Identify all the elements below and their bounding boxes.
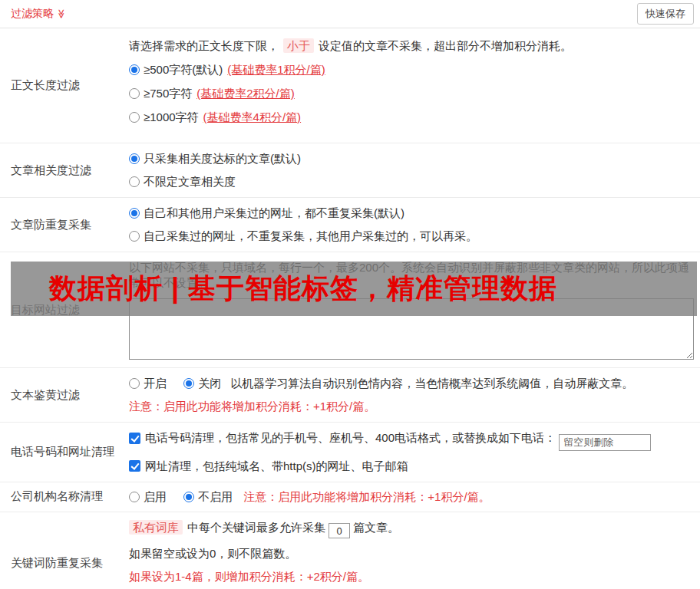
row-content: 自己和其他用户采集过的网址，都不重复采集(默认) 自己采集过的网址，不重复采集，… [129, 198, 700, 252]
section-relevance-filter: 文章相关度过滤 只采集相关度达标的文章(默认) 不限定文章相关度 [0, 143, 700, 198]
radio-checked-icon[interactable] [183, 492, 194, 502]
page-title[interactable]: 过滤策略 ≫ [11, 7, 67, 21]
radio-porn-filter-on[interactable]: 开启 [129, 376, 167, 391]
section-phone-url-cleanup: 电话号码和网址清理 电话号码清理，包括常见的手机号、座机号、400电话格式，或替… [0, 423, 700, 482]
quick-save-button[interactable]: 快速保存 [637, 3, 694, 25]
row-content: 电话号码清理，包括常见的手机号、座机号、400电话格式，或替换成如下电话： 网址… [129, 423, 700, 482]
radio-unchecked-icon[interactable] [129, 88, 140, 99]
option-label: ≥1000字符 [144, 110, 199, 125]
option-label: ≥750字符 [144, 86, 192, 101]
fee-rate-link-1[interactable]: (基础费率1积分/篇) [227, 63, 325, 76]
radio-unchecked-icon[interactable] [129, 492, 140, 502]
section-keyword-dedup: 关键词防重复采集 私有词库中每个关键词最多允许采集篇文章。 如果留空或设为0，则… [0, 512, 700, 589]
radio-company-cleanup-off[interactable]: 不启用 [183, 489, 233, 505]
section-target-site-filter: 目标网站过滤 以下网站不采集，只填域名，每行一个，最多200个。系统会自动识别并… [0, 252, 700, 368]
radio-checked-icon[interactable] [129, 153, 140, 164]
highlight-private-lexicon: 私有词库 [129, 520, 183, 535]
radio-option-dedup-self-only[interactable]: 自己采集过的网址，不重复采集，其他用户采集过的，可以再采。 [129, 229, 477, 244]
body-length-intro: 请选择需求的正文长度下限，小于设定值的文章不采集，超出部分不增加积分消耗。 [129, 38, 694, 54]
radio-checked-icon[interactable] [183, 378, 194, 389]
keyword-cost-note: 如果设为1-4篇，则增加积分消耗：+2积分/篇。 [129, 569, 694, 584]
max-articles-input[interactable] [329, 523, 350, 538]
radio-checked-icon[interactable] [129, 208, 140, 219]
option-label: ≥500字符(默认) [144, 62, 223, 77]
option-label: 不限定文章相关度 [144, 174, 236, 189]
radio-option-1000-chars[interactable]: ≥1000字符 [129, 110, 199, 125]
radio-porn-filter-off[interactable]: 关闭 [183, 376, 221, 391]
row-label-company: 公司机构名称清理 [0, 482, 129, 512]
radio-option-dedup-all-users[interactable]: 自己和其他用户采集过的网址，都不重复采集(默认) [129, 206, 404, 221]
keyword-line1-end: 篇文章。 [353, 521, 399, 534]
row-content: 私有词库中每个关键词最多允许采集篇文章。 如果留空或设为0，则不限篇数。 如果设… [129, 512, 700, 589]
option-label: 开启 [144, 376, 167, 391]
porn-filter-cost-note: 注意：启用此功能将增加积分消耗：+1积分/篇。 [129, 399, 694, 414]
radio-unchecked-icon[interactable] [129, 112, 140, 123]
radio-unchecked-icon[interactable] [129, 231, 140, 242]
option-label: 网址清理，包括纯域名、带http(s)的网址、电子邮箱 [145, 459, 408, 474]
checkbox-url-cleanup[interactable]: 网址清理，包括纯域名、带http(s)的网址、电子邮箱 [129, 459, 408, 474]
row-label-target-site: 目标网站过滤 [0, 252, 129, 367]
row-content: 只采集相关度达标的文章(默认) 不限定文章相关度 [129, 143, 700, 197]
row-content: 开启 关闭 以机器学习算法自动识别色情内容，当色情概率达到系统阈值，自动屏蔽文章… [129, 368, 700, 422]
radio-option-750-chars[interactable]: ≥750字符 [129, 86, 192, 101]
option-label: 只采集相关度达标的文章(默认) [144, 151, 301, 166]
page-title-text: 过滤策略 [11, 7, 54, 21]
section-dedup-collection: 文章防重复采集 自己和其他用户采集过的网址，都不重复采集(默认) 自己采集过的网… [0, 198, 700, 252]
radio-company-cleanup-on[interactable]: 启用 [129, 489, 167, 505]
row-label-body-length: 正文长度过滤 [0, 28, 129, 143]
section-body-length-filter: 正文长度过滤 请选择需求的正文长度下限，小于设定值的文章不采集，超出部分不增加积… [0, 28, 700, 143]
row-label-porn-filter: 文本鉴黄过滤 [0, 368, 129, 422]
replacement-phone-input[interactable] [559, 434, 651, 451]
keyword-note-zero: 如果留空或设为0，则不限篇数。 [129, 546, 694, 561]
radio-option-500-chars[interactable]: ≥500字符(默认) [129, 62, 223, 77]
highlight-less-than: 小于 [283, 38, 314, 53]
intro-text-after: 设定值的文章不采集，超出部分不增加积分消耗。 [319, 39, 572, 52]
row-content: 以下网站不采集，只填域名，每行一个，最多200个。系统会自动识别并屏蔽那些非文章… [129, 252, 700, 367]
intro-text-before: 请选择需求的正文长度下限， [129, 39, 279, 52]
checkbox-phone-cleanup[interactable]: 电话号码清理，包括常见的手机号、座机号、400电话格式，或替换成如下电话： [129, 430, 556, 446]
radio-unchecked-icon[interactable] [129, 176, 140, 187]
target-site-desc: 以下网站不采集，只填域名，每行一个，最多200个。系统会自动识别并屏蔽那些非文章… [129, 260, 694, 291]
row-content: 启用 不启用 注意：启用此功能将增加积分消耗：+1积分/篇。 [129, 482, 700, 512]
section-company-cleanup: 公司机构名称清理 启用 不启用 注意：启用此功能将增加积分消耗：+1积分/篇。 [0, 482, 700, 512]
radio-option-relevance-off[interactable]: 不限定文章相关度 [129, 174, 236, 189]
row-label-relevance: 文章相关度过滤 [0, 143, 129, 197]
row-label-keyword: 关键词防重复采集 [0, 512, 129, 589]
radio-unchecked-icon[interactable] [129, 378, 140, 389]
row-content: 请选择需求的正文长度下限，小于设定值的文章不采集，超出部分不增加积分消耗。 ≥5… [129, 28, 700, 143]
option-label: 自己和其他用户采集过的网址，都不重复采集(默认) [144, 206, 404, 221]
radio-option-relevance-on[interactable]: 只采集相关度达标的文章(默认) [129, 151, 301, 166]
collapse-chevron-icon: ≫ [57, 9, 66, 19]
company-cost-note: 注意：启用此功能将增加积分消耗：+1积分/篇。 [243, 490, 490, 503]
option-label: 启用 [144, 489, 167, 505]
row-label-dedup: 文章防重复采集 [0, 198, 129, 252]
row-label-phone-url: 电话号码和网址清理 [0, 423, 129, 482]
checkbox-checked-icon[interactable] [129, 433, 140, 444]
option-label: 关闭 [198, 376, 221, 391]
blocked-sites-textarea[interactable] [129, 298, 694, 360]
porn-filter-desc: 以机器学习算法自动识别色情内容，当色情概率达到系统阈值，自动屏蔽文章。 [230, 377, 633, 390]
option-label: 电话号码清理，包括常见的手机号、座机号、400电话格式，或替换成如下电话： [145, 430, 556, 446]
checkbox-checked-icon[interactable] [129, 460, 140, 472]
option-label: 自己采集过的网址，不重复采集，其他用户采集过的，可以再采。 [144, 229, 477, 244]
fee-rate-link-2[interactable]: (基础费率2积分/篇) [196, 87, 295, 100]
option-label: 不启用 [198, 489, 233, 505]
fee-rate-link-3[interactable]: (基础费率4积分/篇) [203, 110, 302, 123]
keyword-line1-text: 中每个关键词最多允许采集 [187, 521, 325, 534]
top-bar: 过滤策略 ≫ 快速保存 [0, 0, 700, 28]
section-porn-filter: 文本鉴黄过滤 开启 关闭 以机器学习算法自动识别色情内容，当色情概率达到系统阈值… [0, 368, 700, 423]
radio-checked-icon[interactable] [129, 64, 140, 75]
